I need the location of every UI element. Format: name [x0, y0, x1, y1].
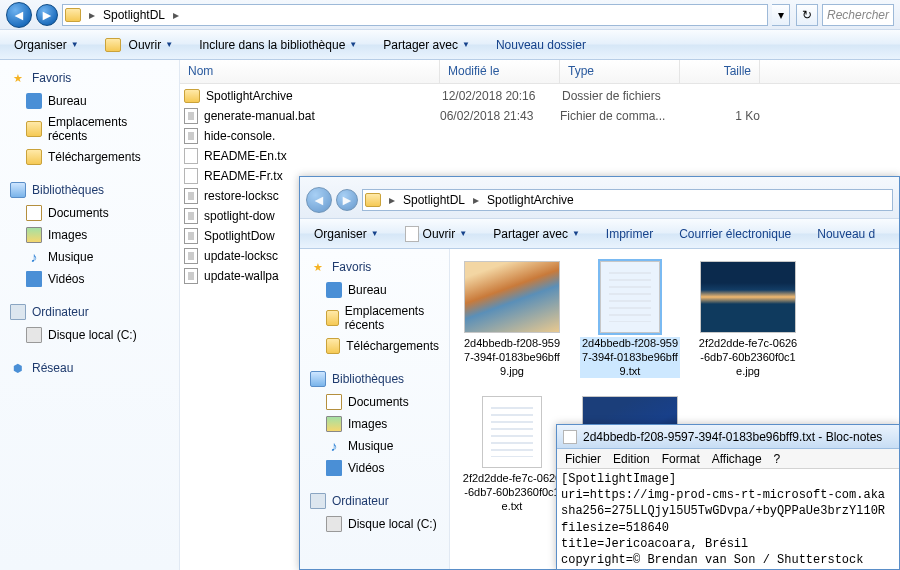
- text-icon: [184, 148, 198, 164]
- library-icon: [10, 182, 26, 198]
- star-icon: ★: [310, 259, 326, 275]
- bat-icon: [184, 248, 198, 264]
- print-button[interactable]: Imprimer: [600, 224, 659, 244]
- text-thumbnail: [600, 261, 660, 333]
- downloads-icon: [26, 149, 42, 165]
- chevron-right-icon[interactable]: ▸: [87, 8, 97, 22]
- nav-music[interactable]: ♪Musique: [0, 246, 179, 268]
- image-thumbnail: [464, 261, 560, 333]
- file-name: SpotlightArchive: [206, 89, 442, 103]
- network-icon: ⬢: [10, 360, 26, 376]
- chevron-right-icon[interactable]: ▸: [471, 193, 481, 207]
- share-button[interactable]: Partager avec▼: [487, 224, 586, 244]
- nav-videos[interactable]: Vidéos: [0, 268, 179, 290]
- thumbnail-caption: 2d4bbedb-f208-9597-394f-0183be96bff9.jpg: [462, 337, 562, 378]
- bat-icon: [184, 228, 198, 244]
- toolbar: Organiser▼ Ouvrir▼ Partager avec▼ Imprim…: [300, 219, 899, 249]
- nav-documents[interactable]: Documents: [0, 202, 179, 224]
- nav-videos[interactable]: Vidéos: [300, 457, 449, 479]
- breadcrumb-seg[interactable]: SpotlightDL: [99, 6, 169, 24]
- mail-button[interactable]: Courrier électronique: [673, 224, 797, 244]
- chevron-right-icon[interactable]: ▸: [171, 8, 181, 22]
- nav-desktop[interactable]: Bureau: [300, 279, 449, 301]
- nav-downloads[interactable]: Téléchargements: [0, 146, 179, 168]
- table-row[interactable]: hide-console.: [180, 126, 900, 146]
- desktop-icon: [326, 282, 342, 298]
- nav-drive-c[interactable]: Disque local (C:): [300, 513, 449, 535]
- menu-edit[interactable]: Edition: [613, 452, 650, 466]
- text-content[interactable]: [SpotlightImage] uri=https://img-prod-cm…: [557, 469, 899, 570]
- col-modified[interactable]: Modifié le: [440, 60, 560, 83]
- nav-favorites[interactable]: ★Favoris: [0, 66, 179, 90]
- new-folder-button[interactable]: Nouveau d: [811, 224, 881, 244]
- text-icon: [405, 226, 419, 242]
- col-name[interactable]: Nom: [180, 60, 440, 83]
- address-bar: ◄ ► ▸ SpotlightDL ▸ SpotlightArchive: [300, 177, 899, 219]
- new-folder-button[interactable]: Nouveau dossier: [490, 35, 592, 55]
- menu-view[interactable]: Affichage: [712, 452, 762, 466]
- nav-images[interactable]: Images: [0, 224, 179, 246]
- column-headers: Nom Modifié le Type Taille: [180, 60, 900, 84]
- nav-images[interactable]: Images: [300, 413, 449, 435]
- breadcrumb[interactable]: ▸ SpotlightDL ▸: [62, 4, 768, 26]
- organize-button[interactable]: Organiser▼: [8, 35, 85, 55]
- back-button[interactable]: ◄: [6, 2, 32, 28]
- nav-music[interactable]: ♪Musique: [300, 435, 449, 457]
- nav-downloads[interactable]: Téléchargements: [300, 335, 449, 357]
- breadcrumb-seg[interactable]: SpotlightArchive: [483, 191, 578, 209]
- thumbnail-item[interactable]: 2f2d2dde-fe7c-0626-6db7-60b2360f0c1e.txt: [462, 396, 562, 513]
- downloads-icon: [326, 338, 340, 354]
- bat-icon: [184, 208, 198, 224]
- nav-recent[interactable]: Emplacements récents: [300, 301, 449, 335]
- menu-format[interactable]: Format: [662, 452, 700, 466]
- nav-network[interactable]: ⬢Réseau: [0, 356, 179, 380]
- back-button[interactable]: ◄: [306, 187, 332, 213]
- text-thumbnail: [482, 396, 542, 468]
- col-size[interactable]: Taille: [680, 60, 760, 83]
- breadcrumb[interactable]: ▸ SpotlightDL ▸ SpotlightArchive: [362, 189, 893, 211]
- file-size: 1 Ko: [680, 109, 760, 123]
- bat-icon: [184, 188, 198, 204]
- menu-help[interactable]: ?: [774, 452, 781, 466]
- nav-recent[interactable]: Emplacements récents: [0, 112, 179, 146]
- table-row[interactable]: generate-manual.bat06/02/2018 21:43Fichi…: [180, 106, 900, 126]
- search-input[interactable]: Rechercher: [822, 4, 894, 26]
- nav-computer[interactable]: Ordinateur: [300, 489, 449, 513]
- forward-button[interactable]: ►: [36, 4, 58, 26]
- folder-icon: [365, 193, 381, 207]
- drive-icon: [326, 516, 342, 532]
- nav-drive-c[interactable]: Disque local (C:): [0, 324, 179, 346]
- thumbnail-item[interactable]: 2d4bbedb-f208-9597-394f-0183be96bff9.txt: [580, 261, 680, 378]
- forward-button[interactable]: ►: [336, 189, 358, 211]
- organize-button[interactable]: Organiser▼: [308, 224, 385, 244]
- nav-desktop[interactable]: Bureau: [0, 90, 179, 112]
- thumbnail-item[interactable]: 2f2d2dde-fe7c-0626-6db7-60b2360f0c1e.jpg: [698, 261, 798, 378]
- open-button[interactable]: Ouvrir▼: [399, 223, 474, 245]
- address-bar: ◄ ► ▸ SpotlightDL ▸ ▾ ↻ Rechercher: [0, 0, 900, 30]
- table-row[interactable]: README-En.tx: [180, 146, 900, 166]
- table-row[interactable]: SpotlightArchive12/02/2018 20:16Dossier …: [180, 86, 900, 106]
- col-type[interactable]: Type: [560, 60, 680, 83]
- thumbnail-item[interactable]: 2d4bbedb-f208-9597-394f-0183be96bff9.jpg: [462, 261, 562, 378]
- nav-libraries[interactable]: Bibliothèques: [0, 178, 179, 202]
- images-icon: [326, 416, 342, 432]
- titlebar[interactable]: 2d4bbedb-f208-9597-394f-0183be96bff9.txt…: [557, 425, 899, 449]
- nav-computer[interactable]: Ordinateur: [0, 300, 179, 324]
- menu-file[interactable]: Fichier: [565, 452, 601, 466]
- refresh-button[interactable]: ↻: [796, 4, 818, 26]
- window-title: 2d4bbedb-f208-9597-394f-0183be96bff9.txt…: [583, 430, 882, 444]
- thumbnail-caption: 2f2d2dde-fe7c-0626-6db7-60b2360f0c1e.jpg: [698, 337, 798, 378]
- chevron-right-icon[interactable]: ▸: [387, 193, 397, 207]
- computer-icon: [10, 304, 26, 320]
- include-library-button[interactable]: Inclure dans la bibliothèque▼: [193, 35, 363, 55]
- nav-documents[interactable]: Documents: [300, 391, 449, 413]
- nav-pane: ★Favoris Bureau Emplacements récents Tél…: [0, 60, 180, 570]
- share-button[interactable]: Partager avec▼: [377, 35, 476, 55]
- open-button[interactable]: Ouvrir▼: [99, 35, 180, 55]
- breadcrumb-seg[interactable]: SpotlightDL: [399, 191, 469, 209]
- computer-icon: [310, 493, 326, 509]
- history-dropdown[interactable]: ▾: [772, 4, 790, 26]
- nav-libraries[interactable]: Bibliothèques: [300, 367, 449, 391]
- file-name: README-En.tx: [204, 149, 440, 163]
- nav-favorites[interactable]: ★Favoris: [300, 255, 449, 279]
